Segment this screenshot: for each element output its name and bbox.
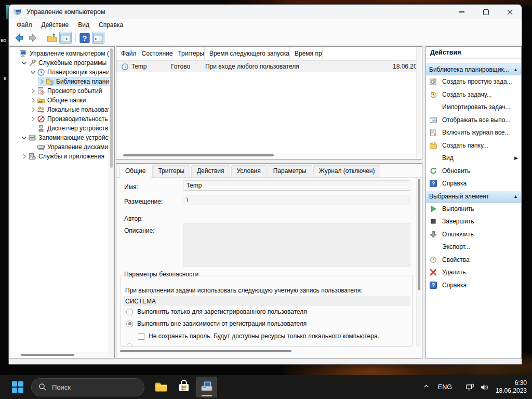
tab[interactable]: Условия [231,165,267,177]
chevron-right-icon[interactable] [29,115,37,123]
column-header[interactable]: Время следующего запуска [205,47,290,60]
toolbar-button[interactable] [43,33,43,42]
toolbar-button[interactable] [75,33,76,42]
minimize-button[interactable] [450,5,474,19]
chevron-down-icon[interactable] [20,134,28,141]
column-header[interactable]: Время пр [290,47,323,60]
system-tray[interactable] [460,383,488,392]
maximize-button[interactable] [474,5,498,19]
checkbox-no-password[interactable]: Не сохранять пароль. Будут доступны ресу… [138,332,379,340]
language-indicator[interactable]: ENG [438,383,452,391]
taskbar-app-button[interactable] [196,377,217,397]
task-list-panel: ФайлСостояниеТриггерыВремя следующего за… [116,46,422,159]
taskbar-app-button[interactable] [151,377,171,397]
chevron-right-icon[interactable] [29,97,37,104]
taskbar-app-button[interactable] [174,377,194,397]
action-item[interactable]: Экспорт... ▶ ▲ [426,241,521,254]
toolbar-button[interactable] [59,32,72,44]
performance-icon [37,115,45,123]
action-item[interactable]: Обновить ▶ ▲ [426,165,521,178]
radio-run-any[interactable]: Выполнять вне зависимости от регистрации… [126,320,307,327]
list-horizontal-scrollbar[interactable] [117,153,416,158]
scrollbar-thumb[interactable] [110,48,113,168]
details-vertical-scrollbar[interactable] [416,178,421,347]
toolbar-button[interactable] [92,32,104,44]
collapse-arrow-icon[interactable]: ▲ [513,67,518,72]
chevron-right-icon[interactable] [29,87,37,95]
tab[interactable]: Триггеры [152,165,190,177]
chevron-right-icon[interactable] [20,153,28,160]
action-item[interactable]: Включить журнал все... ▶ ▲ [426,126,521,139]
toolbar-button[interactable] [26,32,39,44]
task-row[interactable]: Temp Готово При входе любого пользовател… [116,61,422,72]
start-button[interactable] [7,377,28,397]
tree-horizontal-scrollbar[interactable] [10,352,109,357]
action-item[interactable]: Создать простую зада... ▶ ▲ [426,75,521,88]
toolbar-button[interactable] [13,32,25,44]
description-field[interactable] [183,223,410,267]
tree-item[interactable]: Просмотр событий [9,86,114,96]
column-header[interactable]: Файл [116,47,137,60]
menu-item[interactable]: Справка [94,20,128,30]
action-item[interactable]: Свойства ▶ ▲ [426,254,521,267]
collapse-arrow-icon[interactable]: ▲ [513,194,518,199]
taskbar-search[interactable]: Поиск [31,378,144,396]
file-explorer-icon [154,380,168,395]
action-item[interactable]: Библиотека планировщик... ▶ ▲ [426,63,521,75]
tab[interactable]: Общие [119,166,151,178]
chevron-down-icon[interactable] [29,69,37,76]
clock[interactable]: 6:30 18.06.2023 [496,379,527,395]
action-item[interactable]: ? Справка ▶ ▲ [426,279,521,292]
scrollbar-thumb[interactable] [123,154,274,156]
chevron-down-icon[interactable] [20,59,28,66]
radio-icon[interactable] [126,309,133,315]
details-horizontal-scrollbar[interactable] [118,349,415,354]
menu-item[interactable]: Вид [73,20,94,30]
action-item[interactable]: Импортировать задач... ▶ ▲ [426,101,521,114]
tree-item[interactable]: Локальные пользовате [9,105,114,114]
list-vertical-scrollbar[interactable] [416,47,421,158]
action-item[interactable]: ? Справка ▶ ▲ [426,177,521,190]
tree-vertical-scrollbar[interactable] [109,47,114,357]
action-item[interactable]: Отображать все выпо... ▶ ▲ [426,114,521,127]
radio-run-logged-on[interactable]: Выполнять только для зарегистрированного… [126,308,307,315]
close-button[interactable] [498,5,522,19]
tree-item[interactable]: Общие папки [9,96,114,105]
scrollbar-thumb[interactable] [418,179,420,290]
action-item[interactable]: Завершить ▶ ▲ [426,215,521,228]
action-item[interactable]: Создать задачу... ▶ ▲ [426,88,521,101]
menu-item[interactable]: Файл [12,20,37,30]
scrollbar-thumb[interactable] [120,350,291,352]
action-item[interactable]: Удалить ▶ ▲ [426,266,521,279]
action-item[interactable]: Вид ▶ ▲ [426,152,521,165]
tree-item[interactable]: Запоминающие устройст [9,133,114,142]
tree-item[interactable]: Библиотека планир [9,77,114,86]
action-item[interactable]: Создать папку... ▶ ▲ [426,139,521,152]
tree-item[interactable]: Планировщик заданий [9,68,114,77]
action-item[interactable]: Выбранный элемент ▶ ▲ [426,191,521,203]
tree-item[interactable]: Диспетчер устройств [9,124,114,133]
checkbox-icon[interactable] [138,333,144,340]
tab[interactable]: Параметры [268,165,312,177]
action-item[interactable]: Выполнить ▶ ▲ [426,203,521,216]
title-bar[interactable]: Управление компьютером [9,5,522,19]
tree-item[interactable]: Управление компьютером (л [9,49,114,58]
tree-item[interactable]: Служебные программы [9,58,114,68]
tree-item[interactable]: Службы и приложения [9,152,114,161]
name-field[interactable]: Temp [183,180,410,191]
toolbar-button[interactable] [46,32,58,44]
action-item[interactable]: Отключить ▶ ▲ [426,228,521,241]
toolbar-button[interactable]: ? [78,32,91,44]
scrollbar-thumb[interactable] [21,354,74,356]
menu-item[interactable]: Действие [37,20,74,30]
column-header[interactable]: Триггеры [173,47,205,60]
tab[interactable]: Журнал (отключен) [313,165,381,177]
tab[interactable]: Действия [191,165,230,177]
radio-checked-icon[interactable] [126,321,133,327]
tree-item[interactable]: Производительность [9,114,114,124]
chevron-right-icon[interactable] [38,78,46,85]
tree-item[interactable]: Управление дисками [9,142,114,152]
tray-chevron-up-icon[interactable] [423,383,430,391]
column-header[interactable]: Состояние [137,47,174,60]
chevron-right-icon[interactable] [29,106,37,113]
